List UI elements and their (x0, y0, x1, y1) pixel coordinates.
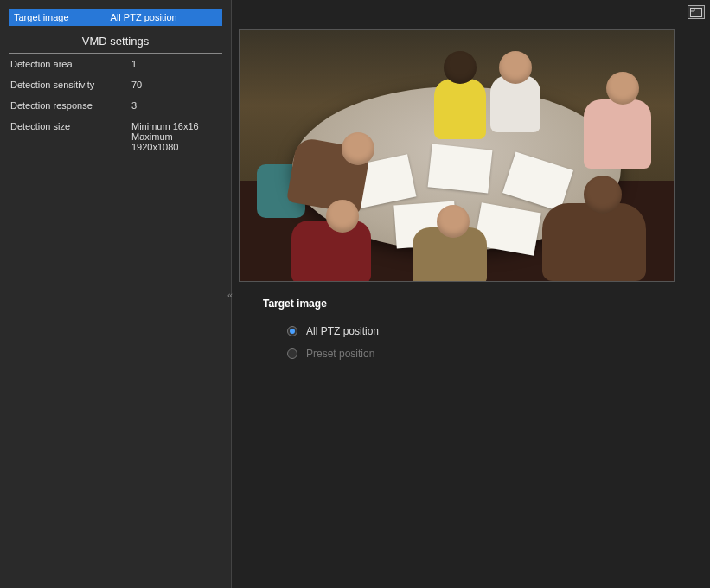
radio-row-preset[interactable]: Preset position (263, 348, 679, 360)
settings-label: Detection response (10, 100, 131, 111)
radio-label-all-ptz: All PTZ position (306, 325, 379, 337)
fullscreen-button[interactable] (688, 5, 705, 19)
settings-label: Detection area (10, 59, 131, 69)
radio-label-preset: Preset position (306, 348, 374, 360)
main-panel: Target image All PTZ position Preset pos… (232, 0, 710, 588)
target-image-title: Target image (263, 297, 679, 310)
radio-preset[interactable] (287, 348, 297, 359)
settings-label: Detection size (10, 121, 131, 152)
sidebar-header[interactable]: Target image All PTZ position (9, 9, 222, 26)
radio-all-ptz[interactable] (287, 326, 297, 336)
settings-value: 70 (131, 80, 221, 90)
radio-row-all-ptz[interactable]: All PTZ position (263, 325, 679, 337)
settings-row-detection-area: Detection area 1 (9, 54, 222, 74)
sidebar: Target image All PTZ position VMD settin… (0, 0, 232, 588)
fullscreen-icon (690, 8, 702, 17)
settings-label: Detection sensitivity (10, 80, 131, 90)
settings-value: Minimum 16x16 Maximum 1920x1080 (131, 121, 221, 152)
settings-row-detection-size: Detection size Minimum 16x16 Maximum 192… (9, 116, 222, 157)
settings-row-detection-sensitivity: Detection sensitivity 70 (9, 74, 222, 95)
settings-value-min: Minimum 16x16 (131, 121, 199, 131)
svg-rect-0 (691, 8, 702, 16)
settings-value: 1 (131, 59, 221, 69)
vmd-settings-title: VMD settings (9, 26, 222, 54)
target-image-form: Target image All PTZ position Preset pos… (239, 282, 703, 386)
settings-row-detection-response: Detection response 3 (9, 95, 222, 116)
sidebar-header-left: Target image (14, 12, 69, 22)
settings-value-max: Maximum 1920x1080 (131, 131, 221, 152)
settings-value: 3 (131, 100, 221, 111)
camera-preview[interactable] (239, 29, 675, 282)
sidebar-header-right: All PTZ position (111, 12, 177, 22)
collapse-sidebar-icon[interactable]: « (227, 290, 238, 304)
